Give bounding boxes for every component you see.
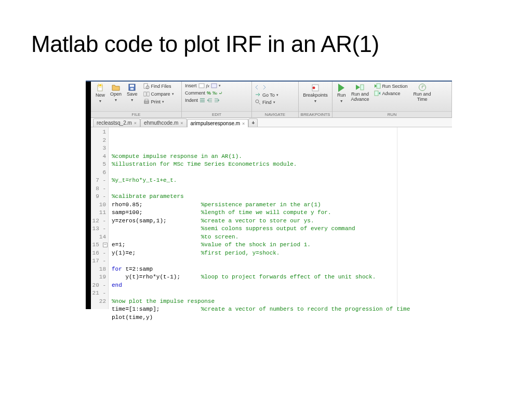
code-line[interactable]: for t=2:samp — [112, 265, 452, 274]
save-button[interactable]: Save ▼ — [124, 83, 140, 103]
run-section-icon — [374, 83, 381, 89]
code-line[interactable]: rho=0.85; %persistence parameter in the … — [112, 201, 452, 209]
indent-left-icon[interactable] — [214, 98, 220, 103]
code-line[interactable]: plot(time,y) — [112, 314, 452, 322]
code-line[interactable]: %to screen. — [112, 233, 452, 242]
svg-marker-16 — [356, 85, 360, 90]
section-label-run: RUN — [332, 111, 451, 117]
run-advance-button[interactable]: Run and Advance — [349, 83, 372, 103]
svg-rect-8 — [147, 92, 149, 96]
advance-icon — [374, 90, 381, 96]
uncomment-icon[interactable]: ‰ — [212, 90, 217, 96]
line-number: 3 — [91, 144, 106, 153]
editor-tab[interactable]: arimpulseresponse.m× — [187, 119, 249, 127]
svg-marker-19 — [375, 84, 377, 88]
dropdown-icon: ▼ — [114, 98, 118, 102]
dropdown-icon: ▾ — [172, 92, 174, 96]
run-time-button[interactable]: Run and Time — [411, 83, 434, 103]
fx-icon[interactable]: fx — [206, 83, 210, 88]
dropdown-icon: ▼ — [314, 99, 317, 103]
indent-right-icon[interactable] — [207, 98, 212, 103]
find-label: Find — [262, 100, 272, 105]
tab-filename: ehmuthcode.m — [144, 120, 178, 126]
comment-row[interactable]: Comment % ‰ ⤾ — [184, 90, 224, 96]
run-advance-label: Run and Advance — [351, 92, 369, 102]
code-line[interactable] — [112, 322, 452, 330]
editor-tab[interactable]: ehmuthcode.m× — [140, 118, 187, 127]
indent-label: Indent — [185, 98, 198, 103]
tab-filename: recleastsq_2.m — [97, 120, 132, 126]
matlab-editor-window: New ▼ Open ▼ Save ▼ Find Files — [86, 81, 452, 309]
code-fold-toggle[interactable]: − — [103, 243, 108, 247]
code-line[interactable]: y(1)=e; %first period, y=shock. — [112, 249, 452, 258]
printer-icon — [143, 99, 150, 105]
line-number: 12 - — [91, 217, 106, 225]
insert-row[interactable]: Insert fx ▾ — [184, 83, 224, 89]
new-tab-button[interactable]: + — [248, 118, 258, 127]
breakpoints-button[interactable]: Breakpoints ▼ — [300, 83, 330, 104]
open-button[interactable]: Open ▼ — [108, 83, 124, 103]
code-line[interactable]: %compute impulse response in an AR(1). — [112, 153, 452, 161]
line-number: 10 — [91, 201, 106, 209]
svg-rect-17 — [361, 85, 364, 90]
toolstrip-section-run: Run ▼ Run and Advance Run Section Advanc… — [332, 82, 452, 117]
svg-rect-18 — [377, 84, 380, 88]
code-line[interactable]: y=zeros(samp,1); %create a vector to sto… — [112, 217, 452, 225]
compare-button[interactable]: Compare ▾ — [142, 90, 175, 98]
right-margin-ruler — [397, 127, 397, 309]
goto-label: Go To — [262, 92, 275, 98]
new-label: New — [96, 93, 105, 98]
comment-icon[interactable]: % — [207, 90, 211, 96]
misc-nav-icons[interactable] — [254, 84, 280, 91]
code-line[interactable]: e=1; %value of the shock in period 1. — [112, 241, 452, 249]
line-number: 18 — [91, 265, 106, 274]
run-button[interactable]: Run ▼ — [335, 83, 349, 104]
magnifier-icon — [255, 99, 261, 105]
code-editor-area[interactable]: 1 2 3 4 5 6 7 -8 -9 -10 11 12 -13 -14 15… — [91, 127, 452, 309]
code-line[interactable]: %calibrate parameters — [112, 193, 452, 201]
find-button[interactable]: Find ▾ — [254, 99, 280, 105]
code-line[interactable] — [112, 289, 452, 298]
code-line[interactable] — [112, 169, 452, 177]
advance-button[interactable]: Advance — [373, 90, 409, 97]
print-button[interactable]: Print ▾ — [142, 98, 175, 105]
toolstrip-section-file: New ▼ Open ▼ Save ▼ Find Files — [91, 82, 182, 117]
close-icon[interactable]: × — [134, 121, 137, 126]
svg-point-15 — [313, 87, 315, 89]
clock-icon — [419, 84, 426, 91]
run-section-button[interactable]: Run Section — [373, 83, 409, 89]
code-line[interactable]: %illustration for MSc Time Series Econom… — [112, 161, 452, 169]
print-label: Print — [151, 99, 161, 104]
code-line[interactable]: time=[1:samp]; %create a vector of numbe… — [112, 305, 452, 314]
code-line[interactable]: %y_t=rho*y_t-1+e_t. — [112, 177, 452, 185]
find-files-button[interactable]: Find Files — [142, 83, 175, 90]
line-number: 19 — [91, 273, 106, 282]
indent-icon[interactable] — [200, 98, 205, 103]
svg-rect-10 — [145, 99, 148, 101]
compare-icon — [143, 91, 150, 97]
new-button[interactable]: New ▼ — [93, 83, 108, 104]
line-number: 13 - — [91, 225, 106, 233]
code-line[interactable] — [112, 185, 452, 193]
code-line[interactable] — [112, 257, 452, 265]
code-line[interactable]: end — [112, 282, 452, 290]
line-number: 14 — [91, 233, 106, 242]
code-line[interactable]: y(t)=rho*y(t-1); %loop to project forwar… — [112, 273, 452, 282]
dropdown-icon: ▼ — [340, 99, 343, 103]
indent-row[interactable]: Indent — [184, 97, 224, 103]
code-line[interactable]: %semi colons suppress output of every co… — [112, 225, 452, 233]
close-icon[interactable]: × — [180, 121, 183, 126]
goto-button[interactable]: Go To ▾ — [254, 91, 280, 98]
code-line[interactable]: %now plot the impulse response — [112, 298, 452, 306]
code-line[interactable]: samp=100; %length of time we will comput… — [112, 209, 452, 217]
dropdown-icon: ▾ — [219, 84, 221, 88]
wrap-comment-icon[interactable]: ⤾ — [219, 90, 223, 96]
line-number: 5 — [91, 161, 106, 169]
close-icon[interactable]: × — [242, 121, 245, 126]
line-number-gutter: 1 2 3 4 5 6 7 -8 -9 -10 11 12 -13 -14 15… — [91, 127, 109, 309]
bookmark-prev-icon — [255, 85, 261, 90]
line-number: 8 - — [91, 185, 106, 193]
run-label: Run — [337, 93, 346, 98]
code-text[interactable]: %compute impulse response in an AR(1).%i… — [109, 127, 452, 309]
editor-tab[interactable]: recleastsq_2.m× — [93, 118, 140, 127]
